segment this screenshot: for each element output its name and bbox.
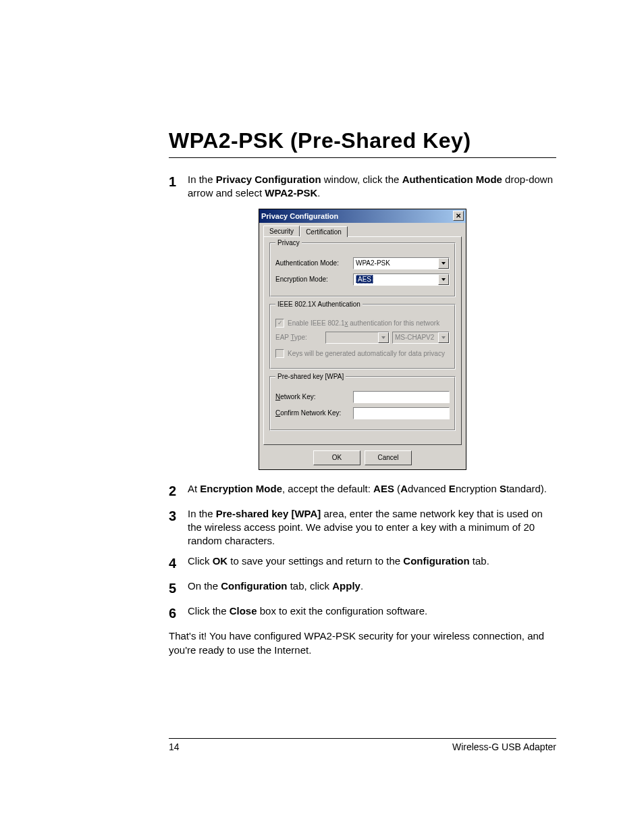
- chevron-down-icon: [438, 332, 449, 343]
- enable-8021x-checkbox: ✓: [275, 319, 284, 328]
- eap-subtype-dropdown: MS-CHAPV2: [392, 332, 450, 344]
- closing-text: That's it! You have configured WPA2-PSK …: [169, 629, 556, 657]
- step-5: 5 On the Configuration tab, click Apply.: [169, 579, 556, 598]
- encryption-mode-label: Encryption Mode:: [275, 276, 353, 283]
- chevron-down-icon[interactable]: [438, 258, 449, 269]
- group-psk: Pre-shared key [WPA] Network Key: Confir…: [269, 376, 456, 431]
- chevron-down-icon[interactable]: [438, 274, 449, 285]
- group-ieee: IEEE 802.1X Authentication ✓ Enable IEEE…: [269, 304, 456, 369]
- privacy-configuration-dialog: Privacy Configuration ✕ Security Certifi…: [259, 209, 466, 470]
- dialog-title: Privacy Configuration: [261, 212, 338, 220]
- confirm-network-key-label: Confirm Network Key:: [275, 409, 353, 417]
- network-key-input[interactable]: [353, 391, 450, 403]
- step-6: 6 Click the Close box to exit the config…: [169, 604, 556, 623]
- page-number: 14: [169, 741, 180, 752]
- autokey-label: Keys will be generated automatically for…: [288, 350, 445, 357]
- group-privacy: Privacy Authentication Mode: WPA2-PSK En…: [269, 242, 456, 297]
- encryption-mode-dropdown[interactable]: AES: [353, 273, 450, 286]
- tab-certification[interactable]: Certification: [300, 226, 348, 237]
- close-icon[interactable]: ✕: [453, 211, 464, 221]
- step-3: 3 In the Pre-shared key [WPA] area, ente…: [169, 507, 556, 548]
- step-2: 2 At Encryption Mode, accept the default…: [169, 482, 556, 500]
- autokey-checkbox: [275, 349, 284, 358]
- tab-security[interactable]: Security: [263, 226, 300, 236]
- chevron-down-icon: [378, 332, 389, 343]
- product-name: Wireless-G USB Adapter: [452, 741, 556, 752]
- ok-button[interactable]: OK: [313, 450, 360, 465]
- dialog-titlebar: Privacy Configuration ✕: [259, 209, 466, 223]
- page-title: WPA2-PSK (Pre-Shared Key): [169, 128, 556, 158]
- network-key-label: Network Key:: [275, 393, 353, 400]
- eap-type-label: EAP Type:: [275, 334, 323, 341]
- eap-type-dropdown: [325, 332, 390, 344]
- step-1: 1 In the Privacy Configuration window, c…: [169, 173, 556, 201]
- auth-mode-dropdown[interactable]: WPA2-PSK: [353, 257, 450, 269]
- page-footer: 14 Wireless-G USB Adapter: [169, 738, 556, 752]
- step-4: 4 Click OK to save your settings and ret…: [169, 554, 556, 573]
- cancel-button[interactable]: Cancel: [365, 450, 412, 465]
- confirm-network-key-input[interactable]: [353, 407, 450, 419]
- enable-8021x-label: Enable IEEE 802.1x authentication for th…: [288, 319, 439, 327]
- auth-mode-label: Authentication Mode:: [275, 259, 353, 267]
